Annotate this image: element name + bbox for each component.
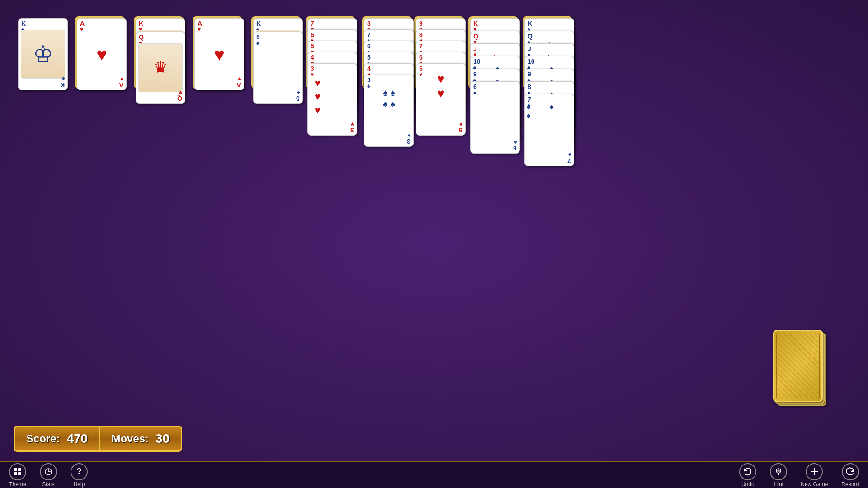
- stats-button[interactable]: Stats: [40, 463, 57, 488]
- undo-label: Undo: [741, 481, 755, 488]
- svg-rect-2: [14, 472, 17, 475]
- theme-label: Theme: [9, 481, 26, 488]
- card-3s[interactable]: 3 ♠ ♠♠ ♠♠ 3 ♠: [364, 75, 414, 147]
- card-3h[interactable]: 3 ♥ ♥ ♥ ♥ 3 ♥: [307, 63, 357, 136]
- card-7s2[interactable]: 7 ♠ ♠♠ ♠ 7 ♠: [524, 94, 574, 166]
- restart-button[interactable]: Restart: [841, 463, 859, 488]
- new-game-icon: [806, 463, 823, 480]
- restart-label: Restart: [841, 481, 859, 488]
- toolbar-left: Theme Stats ? Help: [9, 463, 88, 488]
- column-2[interactable]: A ♥ ♥ A ♥: [77, 18, 127, 90]
- help-label: Help: [74, 481, 85, 488]
- stats-label: Stats: [42, 481, 54, 488]
- restart-icon: [842, 463, 859, 480]
- score-box: Score: 470: [14, 426, 99, 452]
- moves-box: Moves: 30: [99, 426, 182, 452]
- game-area: K ♠ ♔ K ♠ A ♥ ♥ A ♥ K: [0, 0, 868, 488]
- moves-value: 30: [156, 432, 170, 446]
- cards-area: K ♠ ♔ K ♠ A ♥ ♥ A ♥ K: [9, 9, 859, 452]
- theme-button[interactable]: Theme: [9, 463, 26, 488]
- card-6s2[interactable]: 6 ♠ 6 ♠: [470, 81, 520, 154]
- new-game-button[interactable]: New Game: [801, 463, 828, 488]
- svg-rect-0: [14, 468, 17, 471]
- deck-pile[interactable]: [773, 330, 823, 407]
- svg-point-9: [777, 469, 780, 472]
- new-game-label: New Game: [801, 481, 828, 488]
- toolbar: Theme Stats ? Help: [0, 461, 868, 488]
- card-5h2[interactable]: 5 ♥ ♥ ♥ 5 ♥: [416, 63, 466, 136]
- hint-label: Hint: [774, 481, 783, 488]
- hint-icon: [770, 463, 787, 480]
- undo-icon: [739, 463, 756, 480]
- svg-rect-1: [18, 468, 21, 471]
- card-qh[interactable]: Q ♥ ♛ Q ♥: [136, 32, 185, 104]
- score-panel: Score: 470 Moves: 30: [14, 426, 182, 452]
- card-ah[interactable]: A ♥ ♥ A ♥: [77, 18, 127, 90]
- theme-icon: [9, 463, 26, 480]
- help-button[interactable]: ? Help: [71, 463, 88, 488]
- score-label: Score:: [26, 432, 60, 445]
- undo-button[interactable]: Undo: [739, 463, 756, 488]
- hint-button[interactable]: Hint: [770, 463, 787, 488]
- card-ks[interactable]: K ♠ ♔ K ♠: [18, 18, 68, 90]
- card-ah2[interactable]: A ♥ ♥ A ♥: [194, 18, 244, 90]
- help-icon: ?: [71, 463, 88, 480]
- card-5s[interactable]: 5 ♠ 5 ♠: [253, 32, 303, 104]
- score-value: 470: [67, 432, 88, 446]
- svg-rect-3: [18, 472, 21, 475]
- moves-label: Moves:: [111, 432, 149, 445]
- stats-icon: [40, 463, 57, 480]
- column-4[interactable]: A ♥ ♥ A ♥: [194, 18, 244, 90]
- toolbar-right: Undo Hint N: [739, 463, 859, 488]
